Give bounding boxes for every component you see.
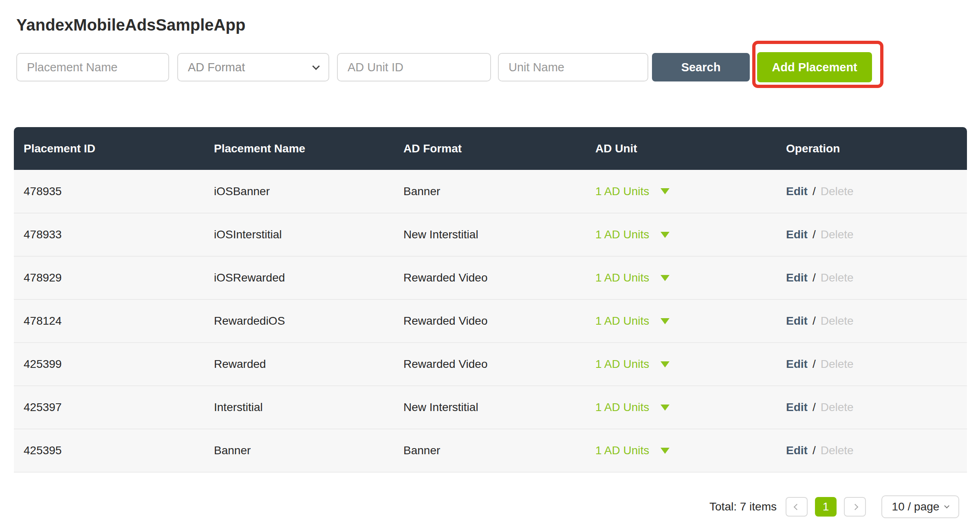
- next-page-button[interactable]: [844, 497, 866, 517]
- ad-format-cell: Banner: [394, 170, 586, 213]
- edit-link[interactable]: Edit: [786, 271, 808, 284]
- operation-separator: /: [813, 185, 816, 198]
- ad-format-cell: New Interstitial: [394, 386, 586, 429]
- ad-units-dropdown[interactable]: 1 AD Units: [595, 358, 669, 371]
- column-header-operation: Operation: [776, 127, 967, 170]
- placement-id-cell: 425397: [14, 386, 204, 429]
- ad-units-dropdown[interactable]: 1 AD Units: [595, 314, 669, 328]
- delete-link[interactable]: Delete: [821, 314, 854, 327]
- ad-format-cell: Banner: [394, 429, 586, 472]
- placement-name-input[interactable]: [16, 53, 169, 81]
- edit-link[interactable]: Edit: [786, 314, 808, 327]
- previous-page-button[interactable]: [786, 497, 808, 517]
- placement-name-cell: iOSInterstitial: [204, 213, 394, 256]
- operation-separator: /: [813, 401, 816, 413]
- operation-separator: /: [813, 358, 816, 370]
- ad-units-label: 1 AD Units: [595, 314, 649, 328]
- ad-units-label: 1 AD Units: [595, 228, 649, 241]
- ad-format-cell: Rewarded Video: [394, 343, 586, 386]
- placements-table: Placement ID Placement Name AD Format AD…: [14, 127, 967, 473]
- add-placement-button[interactable]: Add Placement: [757, 52, 872, 82]
- column-header-ad-unit: AD Unit: [586, 127, 776, 170]
- placement-id-cell: 478124: [14, 299, 204, 343]
- placement-id-cell: 478933: [14, 213, 204, 256]
- ad-units-dropdown[interactable]: 1 AD Units: [595, 401, 669, 414]
- caret-down-icon: [661, 188, 669, 194]
- page-size-select[interactable]: 10 / page: [881, 495, 959, 518]
- placement-id-cell: 425399: [14, 343, 204, 386]
- table-row: 478935 iOSBanner Banner 1 AD Units Edit/…: [14, 170, 967, 213]
- table-header-row: Placement ID Placement Name AD Format AD…: [14, 127, 967, 170]
- operation-separator: /: [813, 271, 816, 284]
- ad-units-label: 1 AD Units: [595, 358, 649, 371]
- unit-name-input[interactable]: [498, 53, 648, 81]
- chevron-left-icon: [793, 504, 800, 510]
- ad-units-label: 1 AD Units: [595, 185, 649, 198]
- placement-name-cell: RewardediOS: [204, 299, 394, 343]
- ad-format-select-value: AD Format: [188, 61, 245, 74]
- ad-units-dropdown[interactable]: 1 AD Units: [595, 271, 669, 284]
- caret-down-icon: [661, 405, 669, 411]
- placement-name-cell: iOSBanner: [204, 170, 394, 213]
- placement-name-cell: Rewarded: [204, 343, 394, 386]
- edit-link[interactable]: Edit: [786, 401, 808, 413]
- operation-separator: /: [813, 444, 816, 457]
- ad-units-dropdown[interactable]: 1 AD Units: [595, 228, 669, 241]
- page-size-value: 10 / page: [892, 500, 940, 513]
- placement-id-cell: 425395: [14, 429, 204, 472]
- placement-name-cell: Banner: [204, 429, 394, 472]
- operation-separator: /: [813, 228, 816, 241]
- ad-format-cell: Rewarded Video: [394, 256, 586, 299]
- ad-units-dropdown[interactable]: 1 AD Units: [595, 185, 669, 198]
- table-row: 425397 Interstitial New Interstitial 1 A…: [14, 386, 967, 429]
- delete-link[interactable]: Delete: [821, 185, 854, 198]
- placement-id-cell: 478935: [14, 170, 204, 213]
- ad-format-cell: Rewarded Video: [394, 299, 586, 343]
- ad-format-select[interactable]: AD Format: [177, 53, 329, 81]
- delete-link[interactable]: Delete: [821, 401, 854, 413]
- chevron-down-icon: [945, 503, 950, 508]
- caret-down-icon: [661, 361, 669, 367]
- edit-link[interactable]: Edit: [786, 444, 808, 457]
- edit-link[interactable]: Edit: [786, 358, 808, 370]
- ad-unit-id-input[interactable]: [337, 53, 491, 81]
- table-row: 478933 iOSInterstitial New Interstitial …: [14, 213, 967, 256]
- ad-format-cell: New Interstitial: [394, 213, 586, 256]
- column-header-placement-id: Placement ID: [14, 127, 204, 170]
- ad-units-label: 1 AD Units: [595, 401, 649, 414]
- edit-link[interactable]: Edit: [786, 228, 808, 241]
- ad-units-label: 1 AD Units: [595, 444, 649, 457]
- table-row: 425399 Rewarded Rewarded Video 1 AD Unit…: [14, 343, 967, 386]
- total-items-label: Total: 7 items: [709, 500, 777, 513]
- caret-down-icon: [661, 318, 669, 324]
- delete-link[interactable]: Delete: [821, 228, 854, 241]
- placement-id-cell: 478929: [14, 256, 204, 299]
- placement-name-cell: iOSRewarded: [204, 256, 394, 299]
- placement-name-cell: Interstitial: [204, 386, 394, 429]
- search-button[interactable]: Search: [652, 53, 750, 81]
- edit-link[interactable]: Edit: [786, 185, 808, 198]
- delete-link[interactable]: Delete: [821, 271, 854, 284]
- column-header-ad-format: AD Format: [394, 127, 586, 170]
- column-header-placement-name: Placement Name: [204, 127, 394, 170]
- ad-units-label: 1 AD Units: [595, 271, 649, 284]
- caret-down-icon: [661, 275, 669, 281]
- caret-down-icon: [661, 232, 669, 238]
- chevron-down-icon: [312, 62, 319, 70]
- page-number-button[interactable]: 1: [815, 497, 837, 517]
- pagination-bar: Total: 7 items 1 10 / page: [709, 495, 959, 518]
- operation-separator: /: [813, 314, 816, 327]
- table-row: 478929 iOSRewarded Rewarded Video 1 AD U…: [14, 256, 967, 299]
- caret-down-icon: [661, 448, 669, 454]
- chevron-right-icon: [852, 504, 858, 510]
- table-row: 425395 Banner Banner 1 AD Units Edit/Del…: [14, 429, 967, 472]
- delete-link[interactable]: Delete: [821, 358, 854, 370]
- page-title: YandexMobileAdsSampleApp: [16, 16, 245, 34]
- table-row: 478124 RewardediOS Rewarded Video 1 AD U…: [14, 299, 967, 343]
- ad-units-dropdown[interactable]: 1 AD Units: [595, 444, 669, 457]
- delete-link[interactable]: Delete: [821, 444, 854, 457]
